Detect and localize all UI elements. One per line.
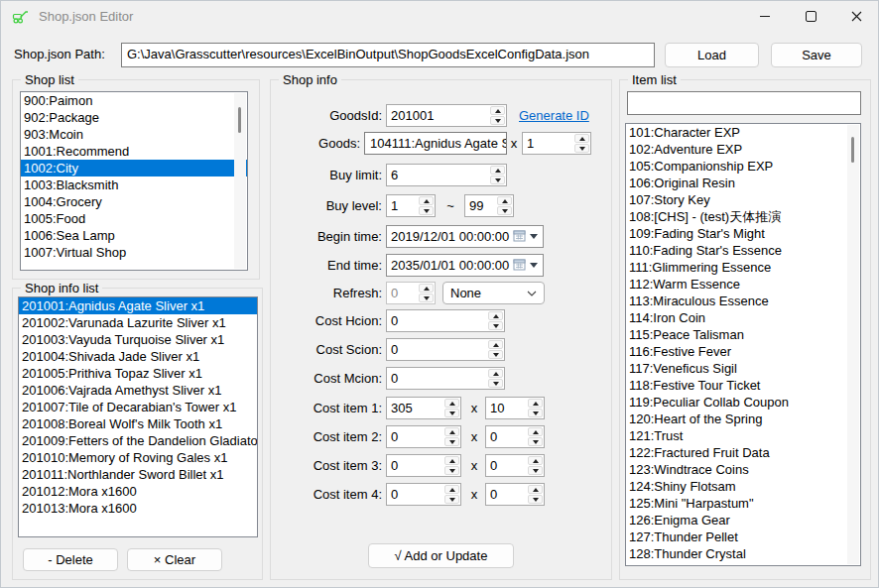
spin-down-icon[interactable] — [528, 495, 543, 504]
shop-list-item[interactable]: 1006:Sea Lamp — [21, 227, 247, 244]
spinner-buttons[interactable] — [419, 195, 435, 216]
shop-info-list-item[interactable]: 201006:Vajrada Amethyst Sliver x1 — [19, 382, 257, 399]
spin-up-icon[interactable] — [444, 399, 459, 408]
spin-down-icon[interactable] — [528, 409, 543, 417]
cost-hcion-spinner[interactable]: 0 — [386, 309, 505, 332]
spin-up-icon[interactable] — [528, 485, 543, 494]
item-search-input[interactable] — [627, 91, 861, 115]
spin-up-icon[interactable] — [490, 166, 505, 175]
cost-item-3-count-spinner[interactable]: 0 — [485, 454, 545, 477]
shop-list-item[interactable]: 1002:City — [21, 160, 247, 176]
item-list-item[interactable]: 101:Character EXP — [626, 124, 860, 141]
shop-info-list-item[interactable]: 201011:Northlander Sword Billet x1 — [19, 466, 257, 483]
clear-button[interactable]: × Clear — [127, 548, 222, 571]
spin-down-icon[interactable] — [419, 206, 434, 215]
spin-up-icon[interactable] — [574, 134, 589, 143]
cost-mcion-spinner[interactable]: 0 — [386, 367, 505, 390]
close-button[interactable] — [833, 0, 879, 32]
shop-list-item[interactable]: 1004:Grocery — [21, 193, 247, 210]
cost-item-4-id-spinner[interactable]: 0 — [386, 483, 461, 506]
spinner-buttons[interactable] — [444, 484, 460, 505]
shop-list-item[interactable]: 1007:Virtual Shop — [21, 244, 247, 261]
spin-down-icon[interactable] — [444, 495, 459, 504]
spinner-buttons[interactable] — [488, 368, 504, 389]
item-list-item[interactable]: 110:Fading Star's Essence — [626, 242, 860, 259]
cost-scion-spinner[interactable]: 0 — [386, 338, 505, 361]
delete-button[interactable]: - Delete — [23, 548, 118, 571]
spinner-buttons[interactable] — [528, 398, 544, 418]
path-input[interactable]: G:\Java\Grasscutter\resources\ExcelBinOu… — [121, 43, 655, 67]
item-list-item[interactable]: 119:Peculiar Collab Coupon — [626, 394, 860, 411]
scrollbar-thumb[interactable] — [238, 107, 241, 133]
item-list-item[interactable]: 118:Festive Tour Ticket — [626, 377, 860, 394]
shop-list-item[interactable]: 1001:Recommend — [21, 143, 247, 160]
spin-down-icon[interactable] — [490, 176, 505, 184]
spin-down-icon[interactable] — [490, 116, 505, 125]
spinner-buttons[interactable] — [444, 398, 460, 418]
spin-up-icon[interactable] — [490, 106, 505, 115]
load-button[interactable]: Load — [665, 43, 759, 67]
spin-down-icon[interactable] — [574, 144, 589, 153]
refresh-mode-dropdown[interactable]: None — [442, 282, 545, 304]
shop-info-list-item[interactable]: 201007:Tile of Decarabian's Tower x1 — [19, 399, 257, 415]
spinner-buttons[interactable] — [488, 310, 504, 331]
item-list-item[interactable]: 126:Enigma Gear — [626, 512, 860, 529]
spin-down-icon[interactable] — [444, 466, 459, 475]
item-list-item[interactable]: 116:Festive Fever — [626, 343, 860, 360]
shop-info-list-item[interactable]: 201005:Prithiva Topaz Sliver x1 — [19, 365, 257, 382]
spin-up-icon[interactable] — [419, 284, 434, 293]
item-list-item[interactable]: 108:[CHS] - (test)天体推演 — [626, 208, 860, 225]
spin-up-icon[interactable] — [488, 311, 503, 320]
shop-info-list-item[interactable]: 201008:Boreal Wolf's Milk Tooth x1 — [19, 415, 257, 432]
spinner-buttons[interactable] — [490, 105, 506, 126]
shop-info-list-item[interactable]: 201009:Fetters of the Dandelion Gladiato — [19, 432, 257, 449]
shop-list-box[interactable]: 900:Paimon902:Package903:Mcoin1001:Recom… — [20, 91, 248, 271]
spin-up-icon[interactable] — [488, 369, 503, 378]
end-time-picker[interactable]: 2035/01/01 00:00:00 — [386, 254, 544, 277]
spin-down-icon[interactable] — [488, 350, 503, 359]
maximize-button[interactable] — [788, 0, 833, 32]
item-list-item[interactable]: 120:Heart of the Spring — [626, 411, 860, 427]
item-list-item[interactable]: 106:Original Resin — [626, 175, 860, 191]
save-button[interactable]: Save — [771, 43, 862, 67]
shop-list-item[interactable]: 903:Mcoin — [21, 126, 247, 143]
spin-up-icon[interactable] — [444, 485, 459, 494]
item-list-item[interactable]: 127:Thunder Pellet — [626, 529, 860, 545]
begin-time-picker[interactable]: 2019/12/01 00:00:00 — [386, 225, 544, 248]
item-list-item[interactable]: 125:Mini "Harpastum" — [626, 495, 860, 512]
cost-item-1-count-spinner[interactable]: 10 — [485, 397, 545, 419]
shop-info-list-item[interactable]: 201012:Mora x1600 — [19, 483, 257, 500]
item-list-item[interactable]: 121:Trust — [626, 427, 860, 444]
item-list-item[interactable]: 128:Thunder Crystal — [626, 545, 860, 562]
spin-down-icon[interactable] — [419, 294, 434, 302]
spin-down-icon[interactable] — [444, 437, 459, 446]
spin-up-icon[interactable] — [528, 456, 543, 465]
spin-up-icon[interactable] — [528, 427, 543, 436]
spin-up-icon[interactable] — [497, 196, 512, 205]
goods-input[interactable]: 104111:Agnidus Agate S — [364, 132, 507, 155]
item-list-item[interactable]: 102:Adventure EXP — [626, 141, 860, 158]
item-list-item[interactable]: 107:Story Key — [626, 191, 860, 208]
shop-info-list-item[interactable]: 201003:Vayuda Turquoise Sliver x1 — [19, 331, 257, 348]
buy-limit-spinner[interactable]: 6 — [386, 164, 507, 186]
spinner-buttons[interactable] — [528, 484, 544, 505]
spinner-buttons[interactable] — [488, 339, 504, 360]
shop-info-list-item[interactable]: 201013:Mora x1600 — [19, 500, 257, 517]
shop-info-list-item[interactable]: 201002:Varunada Lazurite Sliver x1 — [19, 314, 257, 331]
item-list-item[interactable]: 113:Miraculous Essence — [626, 293, 860, 309]
item-list-item[interactable]: 117:Veneficus Sigil — [626, 360, 860, 377]
spin-down-icon[interactable] — [497, 206, 512, 215]
shop-info-list-item[interactable]: 201010:Memory of Roving Gales x1 — [19, 449, 257, 466]
goods-count-spinner[interactable]: 1 — [522, 132, 591, 155]
item-list-item[interactable]: 105:Companionship EXP — [626, 158, 860, 175]
spinner-buttons[interactable] — [497, 195, 513, 216]
generate-id-link[interactable]: Generate ID — [519, 104, 589, 127]
shop-info-list-box[interactable]: 201001:Agnidus Agate Sliver x1201002:Var… — [18, 296, 258, 537]
cost-item-2-count-spinner[interactable]: 0 — [485, 425, 545, 448]
item-list-item[interactable]: 111:Glimmering Essence — [626, 259, 860, 276]
shop-list-item[interactable]: 1005:Food — [21, 210, 247, 227]
shop-info-list-item[interactable]: 201004:Shivada Jade Sliver x1 — [19, 348, 257, 365]
shop-list-scrollbar[interactable] — [234, 93, 246, 269]
item-list-item[interactable]: 112:Warm Essence — [626, 276, 860, 293]
shop-list-item[interactable]: 900:Paimon — [21, 92, 247, 109]
